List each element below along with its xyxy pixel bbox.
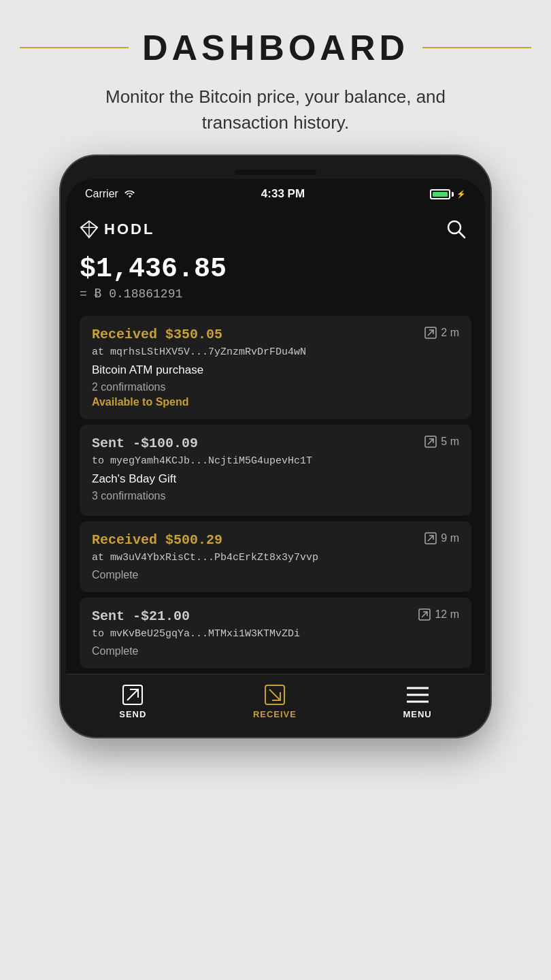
tx-arrow-out-icon [418,608,431,621]
tx-time-label: 2 m [441,327,459,339]
nav-receive-label: RECEIVE [253,709,297,719]
tx-amount: Received $500.29 [92,532,222,548]
status-left: Carrier [85,188,136,200]
tx-time-label: 5 m [441,436,459,448]
nav-send-label: SEND [119,709,146,719]
nav-menu[interactable]: MENU [403,684,431,719]
battery-bolt-icon: ⚡ [456,190,466,199]
tx-time: 2 m [424,327,459,339]
battery-icon: ⚡ [430,189,466,199]
tx-header-row: Sent -$100.09 5 m [92,436,459,451]
battery-fill [433,192,448,197]
balance-btc: = Ƀ 0.18861291 [80,286,471,301]
tx-header-row: Received $350.05 2 m [92,327,459,342]
status-time: 4:33 PM [261,187,305,201]
tx-confirmations: 3 confirmations [92,490,459,502]
tx-address: to myegYamh4KCJb...NcjtiM5G4upevHc1T [92,455,459,467]
menu-icon [407,684,429,706]
app-header: HODL [80,214,471,244]
nav-receive[interactable]: RECEIVE [253,684,297,719]
phone-notch [235,169,316,175]
phone-notch-bar [66,169,485,175]
svg-line-14 [127,689,138,700]
tx-amount: Sent -$100.09 [92,436,198,451]
tx-confirmations: 2 confirmations [92,381,459,393]
status-bar: Carrier 4:33 PM ⚡ [66,179,485,206]
send-icon [122,684,144,706]
tx-time: 12 m [418,608,459,621]
nav-send[interactable]: SEND [119,684,146,719]
header-section: DASHBOARD Monitor the Bitcoin price, you… [0,0,551,156]
tx-arrow-in-icon [424,532,437,544]
tx-time: 5 m [424,436,459,448]
transaction-item[interactable]: Received $500.29 9 m at mw3uV4YbxRisCt..… [80,521,471,592]
balance-usd: $1,436.85 [80,254,471,284]
svg-line-6 [428,330,433,336]
tx-status: Complete [92,645,459,657]
tx-status: Available to Spend [92,396,459,408]
tx-time: 9 m [424,532,459,544]
hodl-logo-text: HODL [104,220,154,238]
title-line-left [20,47,129,48]
balance-section: $1,436.85 = Ƀ 0.18861291 [80,254,471,301]
tx-arrow-in-icon [424,327,437,339]
svg-line-12 [422,612,427,617]
tx-time-label: 12 m [435,608,459,621]
tx-address: at mw3uV4YbxRisCt...Pb4cErkZt8x3y7vvp [92,552,459,564]
search-button[interactable] [441,214,471,244]
svg-line-16 [269,689,280,700]
tx-address: to mvKvBeU25gqYa...MTMxi1W3KTMvZDi [92,628,459,640]
app-content: HODL $1,436.85 = Ƀ 0.18861291 [66,206,485,668]
receive-icon [264,684,286,706]
tx-header-row: Sent -$21.00 12 m [92,608,459,624]
balance-equals: = Ƀ 0.18861291 [80,287,182,301]
status-right: ⚡ [430,189,466,199]
tx-arrow-out-icon [424,436,437,448]
tx-time-label: 9 m [441,532,459,544]
phone-screen: Carrier 4:33 PM ⚡ [66,179,485,732]
phone-frame: Carrier 4:33 PM ⚡ [61,156,490,737]
tx-header-row: Received $500.29 9 m [92,532,459,548]
transaction-list: Received $350.05 2 m at mqrhsLStHXV5V...… [80,316,471,668]
transaction-item[interactable]: Received $350.05 2 m at mqrhsLStHXV5V...… [80,316,471,419]
title-line-right [422,47,531,48]
svg-line-10 [428,536,433,541]
tx-address: at mqrhsLStHXV5V...7yZnzmRvDrFDu4wN [92,346,459,358]
svg-line-8 [428,439,433,444]
tx-label: Bitcoin ATM purchase [92,363,459,377]
carrier-label: Carrier [85,188,118,200]
title-row: DASHBOARD [14,27,537,68]
page-title: DASHBOARD [142,27,409,68]
tx-label: Zach's Bday Gift [92,472,459,486]
svg-line-4 [459,232,465,238]
tx-amount: Received $350.05 [92,327,222,342]
transaction-item[interactable]: Sent -$100.09 5 m to myegYamh4KCJb...Ncj… [80,425,471,516]
nav-menu-label: MENU [403,709,431,719]
battery-body [430,189,450,199]
wifi-icon [124,188,136,200]
hodl-logo: HODL [80,220,154,239]
hodl-diamond-icon [80,220,99,239]
bottom-nav: SEND RECEIVE [66,674,485,732]
battery-tip [452,192,454,197]
tx-status: Complete [92,569,459,581]
page-subtitle: Monitor the Bitcoin price, your balance,… [78,84,473,135]
transaction-item[interactable]: Sent -$21.00 12 m to mvKvBeU25gqYa...MTM… [80,598,471,668]
tx-amount: Sent -$21.00 [92,608,190,624]
